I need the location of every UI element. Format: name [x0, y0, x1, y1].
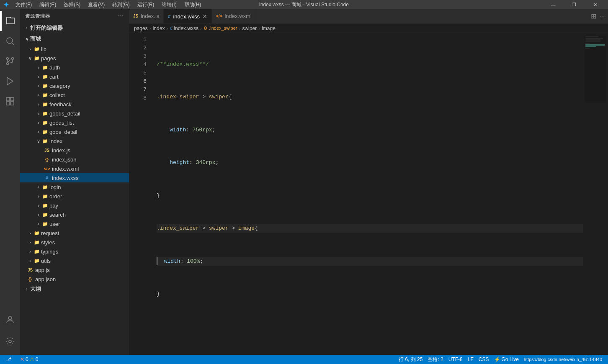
- project-section[interactable]: ∨ 商城: [20, 33, 129, 44]
- tree-item-goods-list[interactable]: › 📁 goods_list: [20, 118, 129, 127]
- code-property: height: [170, 159, 189, 167]
- tree-item-index-js[interactable]: JS index.js: [20, 146, 129, 155]
- tree-item-styles[interactable]: › 📁 styles: [20, 238, 129, 247]
- tree-item-order[interactable]: › 📁 order: [20, 192, 129, 201]
- sidebar-title: 资源管理器: [25, 13, 50, 19]
- tree-item-index[interactable]: ∨ 📁 index: [20, 136, 129, 146]
- status-language[interactable]: CSS: [476, 355, 492, 364]
- chevron-right-icon: ›: [27, 240, 33, 245]
- activity-debug[interactable]: [0, 71, 20, 91]
- tree-item-login[interactable]: › 📁 login: [20, 182, 129, 192]
- code-colon: :: [189, 159, 196, 167]
- line-num-3: 3: [129, 52, 147, 61]
- code-content[interactable]: /**index.wxss**/ .index_swiper > swiper …: [150, 33, 583, 355]
- tree-item-collect[interactable]: › 📁 collect: [20, 90, 129, 100]
- tab-index-wxml[interactable]: </> index.wxml: [212, 9, 256, 23]
- tree-item-pay[interactable]: › 📁 pay: [20, 201, 129, 210]
- file-index-wxss-label: index.wxss: [50, 175, 129, 181]
- breadcrumb-sep-5: ›: [258, 26, 260, 31]
- chevron-right-icon: ›: [35, 194, 42, 199]
- activity-account[interactable]: [0, 310, 20, 330]
- maximize-button[interactable]: ❐: [564, 0, 584, 9]
- menu-run[interactable]: 运行(R): [134, 0, 158, 9]
- error-icon: ✕: [20, 356, 24, 362]
- tree-item-goos-detail[interactable]: › 📁 goos_detail: [20, 127, 129, 136]
- tree-item-auth[interactable]: › 📁 auth: [20, 63, 129, 72]
- activity-explorer[interactable]: [0, 11, 20, 31]
- activity-git[interactable]: [0, 51, 20, 71]
- more-actions-icon[interactable]: ···: [600, 13, 605, 20]
- menu-view[interactable]: 查看(V): [85, 0, 108, 9]
- folder-styles-label: styles: [40, 239, 129, 246]
- chevron-right-icon: ›: [35, 120, 42, 125]
- activity-extensions[interactable]: [0, 91, 20, 111]
- tree-item-user[interactable]: › 📁 user: [20, 219, 129, 228]
- code-editor[interactable]: 1 2 3 4 5 6 7 8 /**index.wxss**/ .index_…: [129, 33, 608, 355]
- tree-item-cart[interactable]: › 📁 cart: [20, 72, 129, 81]
- tree-item-app-json[interactable]: {} app.json: [20, 274, 129, 284]
- chevron-right-icon: ›: [35, 203, 42, 208]
- svg-point-3: [12, 58, 14, 60]
- status-errors[interactable]: ✕ 0 ⚠ 0: [18, 355, 41, 364]
- menu-help[interactable]: 帮助(H): [181, 0, 205, 9]
- tab-index-wxss[interactable]: # index.wxss ✕: [164, 9, 212, 23]
- code-line-6: .index_swiper > swiper > image {: [157, 224, 583, 233]
- more-options-icon[interactable]: ···: [118, 13, 124, 19]
- tree-item-goods-detail[interactable]: › 📁 goods_detail: [20, 109, 129, 118]
- folder-icon: 📁: [33, 46, 40, 52]
- tree-item-typings[interactable]: › 📁 typings: [20, 247, 129, 256]
- menu-file[interactable]: 文件(F): [12, 0, 35, 9]
- outline-section[interactable]: › 大纲: [20, 284, 129, 295]
- breadcrumb-index[interactable]: index: [153, 26, 165, 31]
- chevron-right-icon: ›: [35, 83, 42, 88]
- folder-typings-label: typings: [40, 249, 129, 255]
- tree-item-utils[interactable]: › 📁 utils: [20, 256, 129, 265]
- folder-goods-detail-label: goods_detail: [49, 110, 129, 117]
- breadcrumb-file[interactable]: # index.wxss: [170, 26, 198, 31]
- code-brace: {: [255, 224, 258, 233]
- minimize-button[interactable]: —: [544, 0, 563, 9]
- status-link[interactable]: https://blog.csdn.net/weixin_46114840: [521, 355, 605, 364]
- activity-settings[interactable]: [0, 331, 20, 351]
- code-selector: .index_swiper: [157, 93, 199, 101]
- status-encoding[interactable]: UTF-8: [446, 355, 465, 364]
- tree-item-search[interactable]: › 📁 search: [20, 210, 129, 219]
- breadcrumb-selector[interactable]: ⚙ .index_swiper: [204, 26, 237, 31]
- open-editors-label: 打开的编辑器: [30, 24, 63, 32]
- tab-index-js[interactable]: JS index.js: [129, 9, 164, 23]
- sidebar-content[interactable]: › 打开的编辑器 ∨ 商城 › 📁 lib ∨ 📁 pages: [20, 23, 129, 355]
- close-button[interactable]: ✕: [585, 0, 605, 9]
- breadcrumb-swiper[interactable]: swiper: [242, 26, 257, 31]
- tree-item-app-js[interactable]: JS app.js: [20, 265, 129, 274]
- tree-item-index-wxss[interactable]: # index.wxss: [20, 173, 129, 182]
- folder-goods-list-label: goods_list: [49, 120, 129, 126]
- folder-icon: 📁: [33, 240, 40, 245]
- menu-terminal[interactable]: 终端(I): [158, 0, 180, 9]
- status-spaces[interactable]: 空格: 2: [425, 355, 446, 364]
- tab-close-icon[interactable]: ✕: [202, 13, 207, 19]
- activity-search[interactable]: [0, 31, 20, 51]
- status-eol[interactable]: LF: [465, 355, 476, 364]
- status-branch[interactable]: ⎇: [3, 355, 14, 364]
- tree-item-category[interactable]: › 📁 category: [20, 81, 129, 90]
- file-index-js-label: index.js: [50, 147, 129, 154]
- svg-line-1: [12, 43, 15, 46]
- status-golive[interactable]: ⚡ Go Live: [492, 355, 521, 364]
- tree-item-index-json[interactable]: {} index.json: [20, 155, 129, 164]
- golive-icon: ⚡: [494, 356, 500, 362]
- code-line-7: width : 100% ;: [157, 257, 583, 266]
- tree-item-request[interactable]: › 📁 request: [20, 228, 129, 238]
- menu-select[interactable]: 选择(S): [60, 0, 84, 9]
- tree-item-index-wxml[interactable]: </> index.wxml: [20, 164, 129, 173]
- breadcrumb-image[interactable]: image: [262, 26, 276, 31]
- menu-goto[interactable]: 转到(G): [109, 0, 133, 9]
- tree-item-feedback[interactable]: › 📁 feedback: [20, 100, 129, 109]
- split-editor-icon[interactable]: ⊞: [591, 12, 596, 20]
- menu-edit[interactable]: 编辑(E): [36, 0, 59, 9]
- folder-icon: 📁: [42, 111, 49, 116]
- tree-item-lib[interactable]: › 📁 lib: [20, 44, 129, 54]
- status-position[interactable]: 行 6, 列 25: [396, 355, 425, 364]
- tree-item-pages[interactable]: ∨ 📁 pages: [20, 54, 129, 63]
- breadcrumb-pages[interactable]: pages: [134, 26, 148, 31]
- open-editors-section[interactable]: › 打开的编辑器: [20, 23, 129, 33]
